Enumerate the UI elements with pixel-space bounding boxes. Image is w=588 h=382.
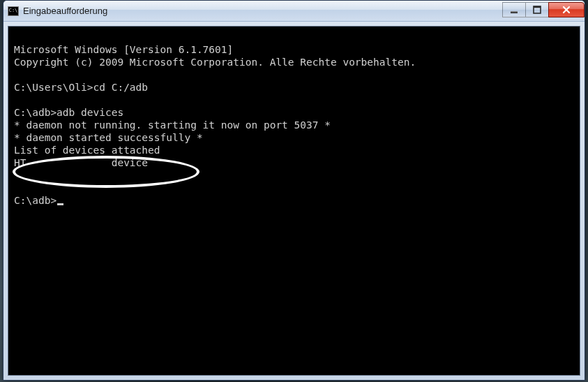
maximize-button[interactable] (525, 2, 549, 17)
window-controls (503, 2, 585, 17)
console-line: * daemon started successfully * (14, 132, 203, 143)
minimize-icon (510, 6, 518, 14)
titlebar[interactable]: C:\ Eingabeaufforderung (3, 1, 585, 22)
client-area: Microsoft Windows [Version 6.1.7601] Cop… (3, 22, 585, 380)
console-line: Microsoft Windows [Version 6.1.7601] (14, 44, 233, 55)
close-button[interactable] (548, 2, 585, 17)
console-output[interactable]: Microsoft Windows [Version 6.1.7601] Cop… (8, 26, 580, 376)
console-line: List of devices attached (14, 145, 160, 156)
svg-rect-3 (534, 6, 541, 8)
maximize-icon (533, 6, 541, 14)
console-line: Copyright (c) 2009 Microsoft Corporation… (14, 57, 416, 68)
console-line: HT device (14, 157, 148, 168)
cursor (57, 203, 63, 205)
app-icon: C:\ (8, 6, 19, 16)
svg-rect-1 (511, 11, 518, 13)
command-prompt-window: C:\ Eingabeaufforderung (3, 0, 585, 381)
console-line: * daemon not running. starting it now on… (14, 119, 331, 131)
console-prompt: C:\adb> (14, 195, 56, 206)
console-line: C:\adb>adb devices (14, 107, 123, 118)
minimize-button[interactable] (502, 2, 526, 17)
window-title: Eingabeaufforderung (23, 6, 503, 16)
console-line: C:\Users\Oli>cd C:/adb (14, 82, 148, 93)
app-icon-label: C:\ (9, 8, 18, 13)
close-icon (561, 6, 571, 14)
